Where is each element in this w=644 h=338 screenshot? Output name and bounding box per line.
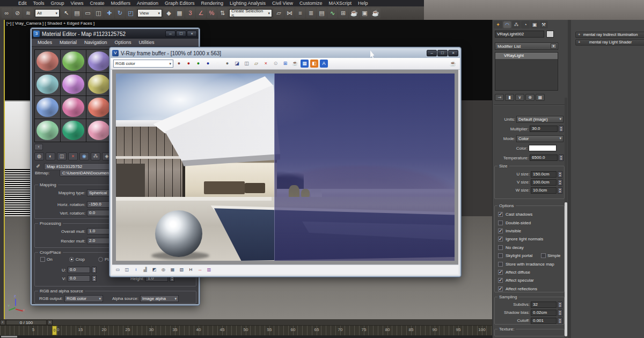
render-production-icon[interactable]: ☕: [370, 8, 380, 18]
menu-item[interactable]: Tools: [30, 0, 48, 6]
lut-icon[interactable]: ▧: [178, 266, 185, 273]
material-editor-menu-item[interactable]: Material: [56, 40, 80, 45]
simple-checkbox[interactable]: [541, 253, 546, 258]
background-icon[interactable]: ◫: [57, 152, 67, 160]
menu-item[interactable]: MAXScript: [325, 0, 355, 6]
spinner-snap-icon[interactable]: ⇅: [217, 8, 228, 18]
eyedropper-icon[interactable]: ✐: [34, 163, 42, 170]
next-frame-button[interactable]: ›: [47, 320, 53, 325]
material-editor-menu-item[interactable]: Options: [111, 40, 135, 45]
unlink-selection-icon[interactable]: ⊘: [12, 8, 23, 18]
crop-v-spinner[interactable]: [92, 275, 97, 282]
icc-icon[interactable]: H: [187, 266, 194, 273]
show-end-result-icon[interactable]: ▮: [505, 94, 514, 101]
close-button[interactable]: ×: [448, 50, 458, 56]
menu-item[interactable]: Views: [68, 0, 87, 6]
menu-item[interactable]: Customize: [296, 0, 326, 6]
color-corrections-icon[interactable]: ◩: [151, 266, 158, 273]
snap-toggle-icon[interactable]: 3: [185, 8, 195, 18]
material-sample-slot[interactable]: [86, 50, 112, 72]
crop-on-checkbox[interactable]: [40, 257, 45, 262]
select-by-name-icon[interactable]: ▤: [72, 8, 82, 18]
render-last-icon[interactable]: ☕: [291, 60, 299, 68]
named-selection-set-dropdown[interactable]: Create Selection S: [229, 9, 272, 17]
menu-item[interactable]: Help: [355, 0, 371, 6]
edit-named-selection-sets-icon[interactable]: ▱: [274, 8, 284, 18]
vfb-canvas[interactable]: [112, 70, 458, 264]
ab-split-icon[interactable]: ◧: [310, 60, 318, 68]
rectangular-selection-region-icon[interactable]: ▭: [83, 8, 93, 18]
multiplier-field[interactable]: 30.0: [530, 126, 558, 132]
open-image-icon[interactable]: ▱: [252, 60, 260, 68]
viewport-label[interactable]: [+] [ Vray_Camera ] [ Shaded + Edged Fac…: [6, 21, 94, 26]
sampling-row-field[interactable]: 32: [531, 302, 557, 308]
tab-modify[interactable]: ◠: [503, 21, 511, 28]
menu-item[interactable]: Graph Editors: [162, 0, 198, 6]
sampling-row-spinner[interactable]: [558, 318, 562, 324]
temperature-spinner[interactable]: [559, 155, 564, 161]
rendered-frame-window-icon[interactable]: ▣: [360, 8, 370, 18]
menu-item[interactable]: Animation: [134, 0, 162, 6]
option-checkbox[interactable]: [498, 262, 503, 267]
modifier-list-dropdown[interactable]: Modifier List▼: [495, 42, 558, 50]
rollout-header[interactable]: mental ray Light Shader: [575, 39, 644, 46]
menu-item[interactable]: Rendering: [198, 0, 227, 6]
tab-create[interactable]: ✦: [494, 21, 502, 28]
render-mult-field[interactable]: 2.0: [87, 238, 112, 244]
place-radio[interactable]: [98, 257, 103, 262]
menu-item[interactable]: Create: [86, 0, 107, 6]
pin-stack-icon[interactable]: ⊸: [495, 94, 504, 101]
sampling-row-spinner[interactable]: [558, 302, 562, 308]
info-icon[interactable]: i: [133, 266, 140, 273]
size-row-field[interactable]: 150.0cm: [531, 171, 557, 178]
size-row-spinner[interactable]: [558, 187, 562, 194]
option-checkbox[interactable]: [498, 270, 503, 275]
size-row-spinner[interactable]: [558, 171, 562, 178]
modifier-stack-item[interactable]: VRayLight: [495, 53, 558, 59]
make-unique-icon[interactable]: ∨: [515, 94, 524, 101]
menu-item[interactable]: Civil View: [269, 0, 296, 6]
material-sample-slot[interactable]: [61, 96, 86, 119]
save-image-icon[interactable]: ◪: [233, 60, 241, 68]
material-sample-slot[interactable]: [86, 119, 112, 142]
reference-coordinate-dropdown[interactable]: View: [137, 9, 162, 17]
render-setup-icon[interactable]: ☕: [349, 8, 359, 18]
material-sample-slot[interactable]: [35, 73, 60, 95]
tab-display[interactable]: ▣: [530, 21, 539, 28]
select-by-material-icon[interactable]: ×: [68, 152, 78, 160]
sampling-row-field[interactable]: 0.02cm: [531, 310, 557, 316]
schematic-view-icon[interactable]: ⊞: [338, 8, 348, 18]
vert-rotation-field[interactable]: 0.0: [87, 210, 112, 216]
graphite-modeling-tools-icon[interactable]: ▤: [317, 8, 327, 18]
track-mouse-icon[interactable]: ⊙: [272, 60, 280, 68]
mirror-icon[interactable]: ⋈: [284, 8, 295, 18]
rgb-channels-icon[interactable]: ●: [175, 60, 183, 68]
light-color-swatch[interactable]: [529, 145, 557, 151]
option-checkbox[interactable]: [498, 221, 503, 225]
select-and-manipulate-icon[interactable]: ◆: [164, 8, 174, 18]
menu-item[interactable]: Modifiers: [107, 0, 134, 6]
vray-rt-icon[interactable]: ▦: [301, 60, 309, 68]
select-and-move-icon[interactable]: ✚: [104, 8, 114, 18]
current-frame-handle[interactable]: 0: [52, 326, 57, 335]
green-channel-icon[interactable]: ●: [194, 60, 202, 68]
vfb-titlebar[interactable]: V V-Ray frame buffer - [100% of 1000 x 5…: [111, 48, 460, 58]
option-checkbox[interactable]: [498, 278, 503, 283]
remove-modifier-icon[interactable]: ⊗: [525, 94, 535, 101]
selection-filter-dropdown[interactable]: All: [35, 9, 60, 17]
show-region-icon[interactable]: ◫: [123, 266, 130, 273]
keyboard-shortcut-override-icon[interactable]: ▦: [174, 8, 185, 18]
option-checkbox[interactable]: [498, 212, 503, 217]
maximize-button[interactable]: □: [176, 31, 186, 37]
menu-item[interactable]: Edit: [15, 0, 30, 6]
rollout-header[interactable]: mental ray Indirect Illumination: [575, 32, 644, 38]
panel-scrollbar-thumb[interactable]: [565, 202, 567, 336]
monochrome-icon[interactable]: ●: [223, 60, 231, 68]
material-map-navigator-icon[interactable]: ◉: [79, 152, 89, 160]
close-button[interactable]: ×: [187, 31, 197, 37]
backlight-icon[interactable]: ◐: [46, 152, 55, 160]
stamp-icon[interactable]: ▭: [114, 266, 121, 273]
percent-snap-icon[interactable]: %: [207, 8, 217, 18]
temperature-field[interactable]: 6500.0: [530, 155, 558, 161]
bind-to-space-warp-icon[interactable]: ≋: [23, 8, 33, 18]
